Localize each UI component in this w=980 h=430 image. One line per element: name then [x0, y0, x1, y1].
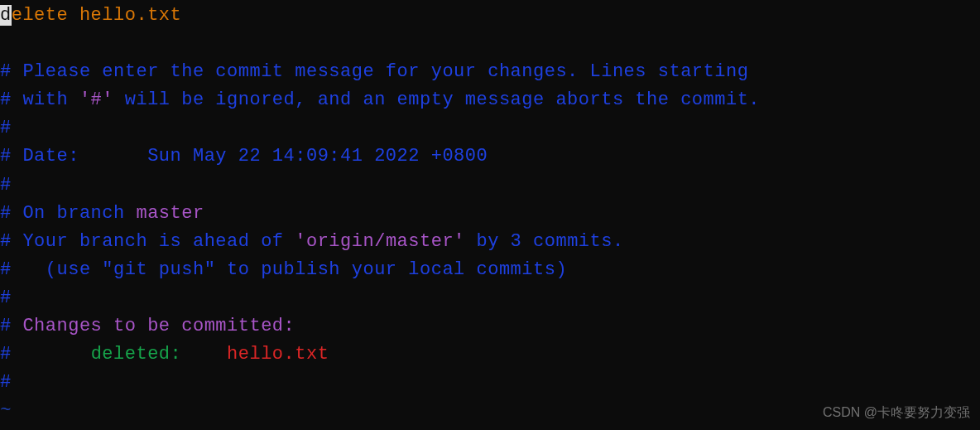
comment-line-1: # Please enter the commit message for yo… — [0, 58, 980, 86]
comment-line-date: # Date: Sun May 22 14:09:41 2022 +0800 — [0, 143, 980, 171]
blank-line — [0, 30, 980, 58]
comment-line-changes: # Changes to be committed: — [0, 312, 980, 341]
commit-message-text: elete hello.txt — [12, 5, 182, 26]
comment-line-5: # — [0, 172, 980, 200]
cursor: d — [0, 5, 12, 26]
comment-line-branch: # On branch master — [0, 200, 980, 228]
comment-line-push-hint: # (use "git push" to publish your local … — [0, 256, 980, 284]
comment-line-3: # — [0, 114, 980, 143]
comment-line-12: # — [0, 369, 980, 397]
comment-line-9: # — [0, 284, 980, 312]
comment-line-ahead: # Your branch is ahead of 'origin/master… — [0, 228, 980, 256]
comment-line-deleted-file: # deleted: hello.txt — [0, 341, 980, 369]
comment-line-2: # with '#' will be ignored, and an empty… — [0, 86, 980, 114]
commit-message-line[interactable]: delete hello.txt — [0, 2, 980, 30]
watermark-text: CSDN @卡咚要努力变强 — [823, 403, 970, 423]
